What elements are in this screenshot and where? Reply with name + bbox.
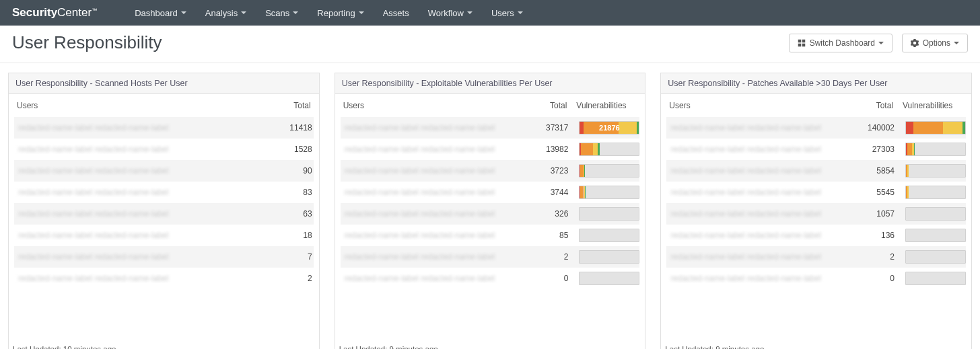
vuln-bar — [905, 164, 966, 178]
total-cell: 63 — [273, 209, 314, 219]
vuln-cell — [579, 207, 639, 221]
switch-dashboard-button[interactable]: Switch Dashboard — [789, 34, 893, 52]
chevron-down-icon — [241, 11, 246, 14]
redacted-user-name: redacted-name-label redacted-name-label — [18, 166, 168, 176]
nav-item-dashboard[interactable]: Dashboard — [125, 0, 196, 26]
table-row[interactable]: redacted-name-label redacted-name-label5… — [666, 160, 966, 182]
nav-label: Scans — [265, 8, 289, 18]
user-cell: redacted-name-label redacted-name-label — [341, 231, 530, 240]
vuln-cell — [579, 229, 639, 242]
vuln-bar — [579, 207, 639, 221]
total-cell: 13982 — [529, 145, 569, 154]
table-row[interactable]: redacted-name-label redacted-name-label3… — [341, 117, 640, 139]
table-row[interactable]: redacted-name-label redacted-name-label1… — [14, 139, 314, 160]
table-row[interactable]: redacted-name-label redacted-name-label2 — [14, 268, 314, 289]
bar-value: 21876 — [580, 122, 639, 134]
table-row[interactable]: redacted-name-label redacted-name-label1… — [14, 117, 314, 139]
table-row[interactable]: redacted-name-label redacted-name-label9… — [14, 160, 314, 182]
vuln-cell — [905, 229, 966, 242]
total-cell: 27303 — [855, 145, 896, 154]
total-cell: 7 — [273, 252, 314, 262]
nav-item-analysis[interactable]: Analysis — [196, 0, 256, 26]
bar-seg-green — [584, 165, 585, 177]
vuln-bar — [905, 229, 966, 242]
col-total: Total — [272, 101, 311, 110]
nav-label: Analysis — [205, 8, 238, 18]
table-row[interactable]: redacted-name-label redacted-name-label3… — [341, 203, 640, 225]
options-button[interactable]: Options — [902, 34, 968, 52]
table-row[interactable]: redacted-name-label redacted-name-label1… — [14, 225, 314, 246]
redacted-user-name: redacted-name-label redacted-name-label — [18, 231, 168, 240]
table-row[interactable]: redacted-name-label redacted-name-label1… — [666, 225, 966, 246]
table-row[interactable]: redacted-name-label redacted-name-label3… — [341, 182, 640, 203]
user-cell: redacted-name-label redacted-name-label — [14, 123, 273, 132]
table-row[interactable]: redacted-name-label redacted-name-label2… — [666, 139, 966, 160]
panel-title: User Responsibility - Scanned Hosts Per … — [9, 73, 319, 94]
vuln-bar — [579, 164, 639, 178]
options-label: Options — [923, 38, 950, 48]
table-row[interactable]: redacted-name-label redacted-name-label8… — [14, 182, 314, 203]
bar-seg-yellow — [943, 122, 963, 134]
user-cell: redacted-name-label redacted-name-label — [341, 274, 530, 283]
table-row[interactable]: redacted-name-label redacted-name-label1… — [666, 203, 966, 225]
vuln-bar — [905, 143, 966, 156]
total-cell: 326 — [529, 209, 569, 219]
user-cell: redacted-name-label redacted-name-label — [341, 188, 530, 197]
vuln-bar — [905, 250, 966, 264]
svg-rect-1 — [802, 39, 805, 42]
user-cell: redacted-name-label redacted-name-label — [666, 145, 855, 154]
nav-item-scans[interactable]: Scans — [256, 0, 308, 26]
bar-seg-orange — [581, 143, 593, 155]
table-row[interactable]: redacted-name-label redacted-name-label2 — [666, 246, 966, 268]
col-users: Users — [669, 101, 854, 110]
total-cell: 2 — [855, 252, 896, 262]
redacted-user-name: redacted-name-label redacted-name-label — [670, 274, 820, 283]
redacted-user-name: redacted-name-label redacted-name-label — [345, 209, 495, 219]
table-row[interactable]: redacted-name-label redacted-name-label0 — [341, 268, 640, 289]
vuln-cell — [579, 186, 639, 199]
table-row[interactable]: redacted-name-label redacted-name-label1… — [341, 139, 640, 160]
table-row[interactable]: redacted-name-label redacted-name-label6… — [14, 203, 314, 225]
nav-item-workflow[interactable]: Workflow — [419, 0, 482, 26]
vuln-bar — [905, 207, 966, 221]
table-header: UsersTotalVulnerabilities — [335, 94, 645, 117]
nav-item-assets[interactable]: Assets — [374, 0, 419, 26]
switch-dashboard-label: Switch Dashboard — [810, 38, 875, 48]
total-cell: 2 — [529, 252, 569, 262]
table-row[interactable]: redacted-name-label redacted-name-label0 — [666, 268, 966, 289]
user-cell: redacted-name-label redacted-name-label — [341, 166, 530, 176]
user-cell: redacted-name-label redacted-name-label — [666, 252, 855, 262]
col-total: Total — [528, 101, 567, 110]
redacted-user-name: redacted-name-label redacted-name-label — [345, 123, 495, 132]
redacted-user-name: redacted-name-label redacted-name-label — [670, 209, 820, 219]
user-cell: redacted-name-label redacted-name-label — [666, 166, 855, 176]
table-row[interactable]: redacted-name-label redacted-name-label7 — [14, 246, 314, 268]
table-row[interactable]: redacted-name-label redacted-name-label5… — [666, 182, 966, 203]
table-body: redacted-name-label redacted-name-label1… — [661, 117, 971, 289]
chevron-down-icon — [467, 11, 473, 14]
user-cell: redacted-name-label redacted-name-label — [14, 252, 273, 262]
gear-icon — [911, 39, 919, 47]
redacted-user-name: redacted-name-label redacted-name-label — [18, 209, 168, 219]
total-cell: 0 — [529, 274, 569, 283]
user-cell: redacted-name-label redacted-name-label — [666, 209, 855, 219]
total-cell: 140002 — [855, 123, 896, 132]
table-row[interactable]: redacted-name-label redacted-name-label2 — [341, 246, 640, 268]
user-cell: redacted-name-label redacted-name-label — [341, 123, 530, 132]
top-navbar: SecurityCenter™ DashboardAnalysisScansRe… — [0, 0, 980, 26]
nav-item-users[interactable]: Users — [482, 0, 532, 26]
table-header: UsersTotal — [9, 94, 319, 117]
panel: User Responsibility - Patches Available … — [660, 73, 972, 349]
brand-logo[interactable]: SecurityCenter™ — [12, 6, 97, 20]
redacted-user-name: redacted-name-label redacted-name-label — [18, 252, 168, 262]
table-row[interactable]: redacted-name-label redacted-name-label1… — [666, 117, 966, 139]
panel-updated: Last Updated: 10 minutes ago — [13, 345, 116, 349]
brand-strong: Security — [12, 6, 57, 19]
nav-item-reporting[interactable]: Reporting — [308, 0, 373, 26]
vuln-cell: 21876 — [579, 121, 639, 134]
table-row[interactable]: redacted-name-label redacted-name-label3… — [341, 160, 640, 182]
vuln-bar — [579, 250, 639, 264]
redacted-user-name: redacted-name-label redacted-name-label — [670, 231, 820, 240]
redacted-user-name: redacted-name-label redacted-name-label — [18, 123, 168, 132]
table-row[interactable]: redacted-name-label redacted-name-label8… — [341, 225, 640, 246]
